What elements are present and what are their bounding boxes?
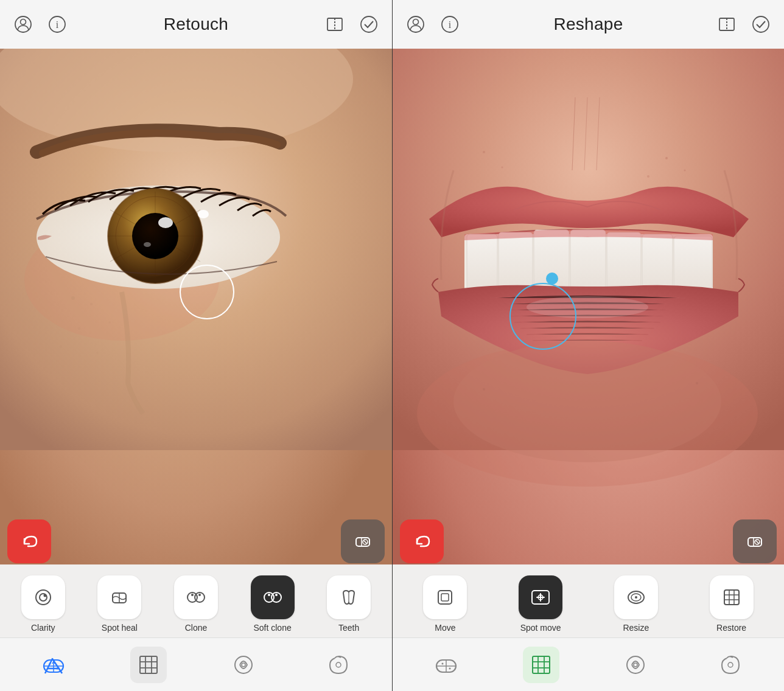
right-nav-swirl[interactable] [712, 647, 749, 683]
left-nav-grid[interactable] [130, 647, 167, 683]
svg-rect-71 [467, 234, 497, 290]
svg-point-23 [78, 327, 80, 330]
clarity-tool[interactable]: Clarity [21, 575, 65, 633]
svg-point-64 [753, 16, 769, 32]
resize-label: Resize [623, 623, 649, 633]
right-nav-circle[interactable] [617, 647, 654, 683]
eye-highlight [198, 210, 209, 218]
svg-rect-98 [438, 591, 452, 604]
svg-point-92 [696, 382, 698, 384]
restore-label: Restore [716, 623, 746, 633]
svg-point-88 [684, 170, 686, 172]
svg-point-21 [90, 303, 93, 305]
svg-rect-77 [570, 230, 606, 290]
svg-point-24 [97, 352, 99, 354]
teeth-icon-wrap [327, 575, 371, 619]
soft-clone-icon-wrap [251, 575, 295, 619]
right-nav-retouch[interactable] [428, 647, 464, 683]
right-header-right-icons [716, 13, 772, 35]
teeth-tool[interactable]: Teeth [327, 575, 371, 633]
svg-point-6 [361, 16, 377, 32]
left-compare-icon[interactable] [324, 13, 346, 35]
spot-heal-icon-wrap [97, 575, 141, 619]
right-erase-button[interactable] [733, 519, 777, 563]
svg-point-48 [49, 662, 51, 664]
svg-point-19 [158, 217, 173, 228]
tool-circle-left [180, 265, 234, 319]
left-header-left-icons: i [12, 13, 68, 35]
right-bottom-nav [393, 637, 784, 691]
right-image-area[interactable] [393, 49, 784, 564]
right-header-left-icons: i [405, 13, 461, 35]
right-tools-row: Move Spot move [393, 564, 784, 637]
svg-point-49 [57, 667, 58, 669]
right-info-icon[interactable]: i [439, 13, 461, 35]
svg-line-30 [364, 541, 367, 544]
left-image-area[interactable] [0, 49, 392, 564]
left-face-svg [0, 49, 392, 450]
soft-clone-tool[interactable]: Soft clone [251, 575, 295, 633]
clarity-label: Clarity [31, 623, 55, 633]
left-title: Retouch [164, 15, 228, 34]
svg-point-57 [336, 662, 341, 667]
svg-rect-105 [724, 590, 739, 605]
svg-rect-79 [607, 232, 641, 290]
right-check-icon[interactable] [750, 13, 772, 35]
svg-line-97 [756, 541, 759, 544]
left-person-icon[interactable] [12, 13, 34, 35]
left-nav-retouch[interactable] [35, 647, 72, 683]
left-header-right-icons [324, 13, 380, 35]
left-panel: i Retouch [0, 0, 392, 691]
left-tools-row: Clarity Spot heal [0, 564, 392, 637]
svg-point-86 [453, 341, 721, 462]
svg-point-31 [36, 590, 51, 605]
svg-point-121 [634, 663, 637, 667]
left-erase-button[interactable] [341, 519, 385, 563]
svg-rect-73 [499, 232, 533, 290]
spot-move-icon-wrap [519, 575, 562, 619]
svg-point-90 [483, 151, 485, 153]
spot-heal-label: Spot heal [102, 623, 138, 633]
svg-point-26 [71, 296, 75, 300]
spot-move-label: Spot move [520, 623, 561, 633]
right-action-overlay [393, 519, 784, 563]
left-undo-button[interactable] [7, 519, 51, 563]
left-nav-swirl[interactable] [320, 647, 357, 683]
svg-rect-115 [533, 656, 550, 673]
move-tool[interactable]: Move [423, 575, 467, 633]
left-nav-circle[interactable] [225, 647, 262, 683]
right-person-icon[interactable] [405, 13, 427, 35]
right-header: i Reshape [393, 0, 784, 49]
spot-heal-tool[interactable]: Spot heal [97, 575, 141, 633]
clarity-icon-wrap [21, 575, 65, 619]
svg-point-22 [109, 322, 111, 324]
clone-label: Clone [185, 623, 208, 633]
right-nav-grid[interactable] [523, 647, 559, 683]
svg-point-39 [198, 594, 201, 596]
svg-point-93 [483, 388, 485, 391]
spot-move-tool[interactable]: Spot move [519, 575, 562, 633]
svg-point-55 [235, 656, 252, 673]
svg-point-42 [268, 594, 270, 596]
svg-rect-83 [674, 236, 712, 290]
svg-rect-50 [140, 656, 157, 673]
resize-tool[interactable]: Resize [614, 575, 658, 633]
svg-point-25 [60, 346, 62, 348]
right-panel: i Reshape [392, 0, 784, 691]
svg-point-104 [635, 596, 637, 599]
right-compare-icon[interactable] [716, 13, 738, 35]
clone-tool[interactable]: Clone [174, 575, 218, 633]
restore-tool[interactable]: Restore [710, 575, 754, 633]
left-check-icon[interactable] [358, 13, 380, 35]
move-icon-wrap [423, 575, 467, 619]
right-face-svg [393, 49, 784, 450]
left-info-icon[interactable]: i [46, 13, 68, 35]
svg-rect-81 [642, 234, 673, 290]
right-undo-button[interactable] [400, 519, 444, 563]
left-action-overlay [0, 519, 392, 563]
svg-rect-99 [441, 594, 449, 601]
left-bottom-nav [0, 637, 392, 691]
left-header: i Retouch [0, 0, 392, 49]
restore-icon-wrap [710, 575, 754, 619]
svg-point-91 [502, 167, 503, 168]
